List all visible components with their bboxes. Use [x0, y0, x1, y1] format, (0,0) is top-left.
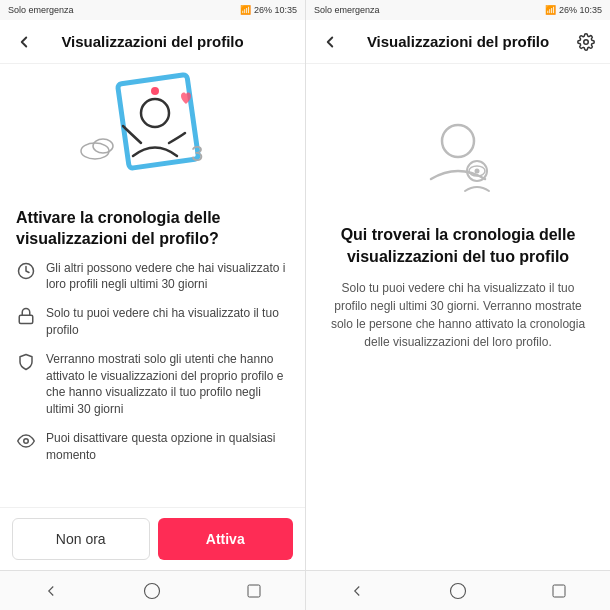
header-1: Visualizzazioni del profilo ⚙: [0, 20, 305, 64]
shield-icon: [16, 352, 36, 372]
status-bar-2: Solo emergenza 📶 26% 10:35: [306, 0, 610, 20]
screen2-desc: Solo tu puoi vedere chi ha visualizzato …: [330, 279, 586, 351]
illustration-1: 3: [0, 64, 305, 204]
status-right-1: 📶 26% 10:35: [240, 5, 297, 15]
attiva-button[interactable]: Attiva: [158, 518, 294, 560]
status-left-2: Solo emergenza: [314, 5, 380, 15]
non-ora-button[interactable]: Non ora: [12, 518, 150, 560]
nav-back-1[interactable]: [40, 580, 62, 602]
nav-recents-1[interactable]: [243, 580, 265, 602]
battery-text: 26% 10:35: [254, 5, 297, 15]
feature-text-1: Solo tu puoi vedere chi ha visualizzato …: [46, 305, 289, 339]
svg-rect-7: [19, 315, 33, 323]
status-right-2: 📶 26% 10:35: [545, 5, 602, 15]
svg-point-15: [475, 169, 480, 174]
feature-text-2: Verranno mostrati solo gli utenti che ha…: [46, 351, 289, 418]
svg-point-8: [24, 439, 29, 444]
svg-rect-10: [248, 585, 260, 597]
feature-list-1: Gli altri possono vedere che hai visuali…: [0, 260, 305, 507]
svg-point-12: [442, 125, 474, 157]
nav-recents-2[interactable]: [548, 580, 570, 602]
status-left-1: Solo emergenza: [8, 5, 74, 15]
settings-button-2[interactable]: [574, 30, 598, 54]
nav-home-2[interactable]: [447, 580, 469, 602]
feature-item-0: Gli altri possono vedere che hai visuali…: [16, 260, 289, 294]
feature-text-0: Gli altri possono vedere che hai visuali…: [46, 260, 289, 294]
screen2-title: Qui troverai la cronologia delle visuali…: [330, 224, 586, 267]
svg-point-1: [141, 99, 169, 127]
feature-title-1: Attivare la cronologia delle visualizzaz…: [0, 204, 305, 260]
status-bar-1: Solo emergenza 📶 26% 10:35: [0, 0, 305, 20]
svg-point-5: [151, 87, 159, 95]
back-button-2[interactable]: [318, 30, 342, 54]
nav-bar-2: [306, 570, 610, 610]
signal-icon: 📶: [240, 5, 251, 15]
lock-icon: [16, 306, 36, 326]
content-2: Qui troverai la cronologia delle visuali…: [306, 64, 610, 570]
svg-point-3: [93, 139, 113, 153]
svg-point-16: [450, 583, 465, 598]
illustration-2: [306, 64, 610, 224]
svg-point-11: [584, 39, 589, 44]
svg-rect-17: [553, 585, 565, 597]
battery-text-2: 26% 10:35: [559, 5, 602, 15]
header-title-2: Visualizzazioni del profilo: [342, 33, 574, 50]
header-title-1: Visualizzazioni del profilo: [36, 33, 269, 50]
nav-bar-1: [0, 570, 305, 610]
svg-text:3: 3: [191, 141, 203, 166]
nav-back-2[interactable]: [346, 580, 368, 602]
signal-icon-2: 📶: [545, 5, 556, 15]
screen-2: Solo emergenza 📶 26% 10:35 Visualizzazio…: [305, 0, 610, 610]
clock-icon: [16, 261, 36, 281]
back-button-1[interactable]: [12, 30, 36, 54]
feature-item-2: Verranno mostrati solo gli utenti che ha…: [16, 351, 289, 418]
header-2: Visualizzazioni del profilo: [306, 20, 610, 64]
content-1: 3 Attivare la cronologia delle visualizz…: [0, 64, 305, 507]
screen-1: Solo emergenza 📶 26% 10:35 Visualizzazio…: [0, 0, 305, 610]
svg-point-9: [145, 583, 160, 598]
feature-text-3: Puoi disattivare questa opzione in quals…: [46, 430, 289, 464]
eye-icon: [16, 431, 36, 451]
screen2-main-content: Qui troverai la cronologia delle visuali…: [306, 224, 610, 570]
nav-home-1[interactable]: [141, 580, 163, 602]
footer-buttons-1: Non ora Attiva: [0, 507, 305, 570]
feature-item-1: Solo tu puoi vedere chi ha visualizzato …: [16, 305, 289, 339]
feature-item-3: Puoi disattivare questa opzione in quals…: [16, 430, 289, 464]
